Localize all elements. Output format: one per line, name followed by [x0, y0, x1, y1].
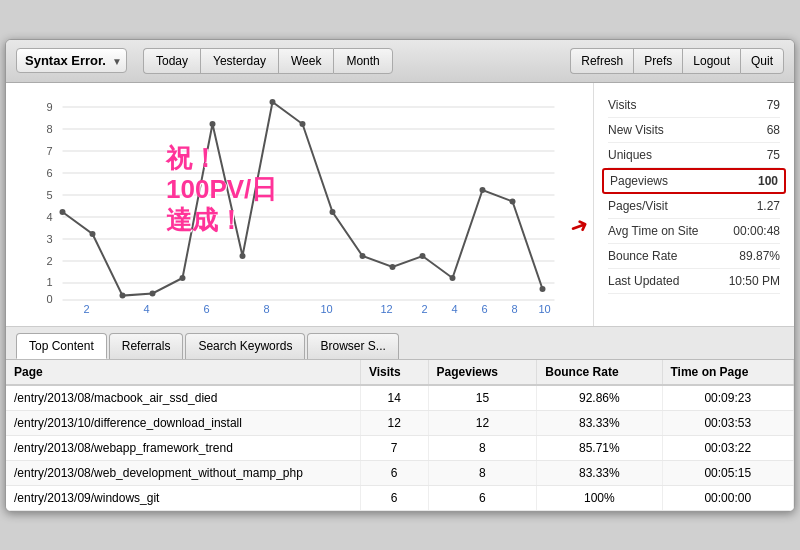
svg-point-26: [240, 253, 246, 259]
svg-text:2: 2: [47, 255, 53, 267]
stat-new-visits-label: New Visits: [608, 123, 664, 137]
stat-pageviews-label: Pageviews: [610, 174, 668, 188]
stat-pages-visit: Pages/Visit 1.27: [608, 194, 780, 219]
prefs-button[interactable]: Prefs: [633, 48, 682, 74]
svg-text:10: 10: [320, 303, 332, 313]
svg-point-29: [330, 209, 336, 215]
stat-pageviews-value: 100: [758, 174, 778, 188]
table-row: /entry/2013/08/web_development_without_m…: [6, 460, 794, 485]
cell-visits-1: 12: [360, 410, 428, 435]
svg-text:6: 6: [203, 303, 209, 313]
cell-page-1: /entry/2013/10/difference_download_insta…: [6, 410, 360, 435]
cell-bounce-3: 83.33%: [537, 460, 662, 485]
table-row: /entry/2013/09/windows_git 6 6 100% 00:0…: [6, 485, 794, 510]
svg-point-20: [60, 209, 66, 215]
cell-time-3: 00:05:15: [662, 460, 794, 485]
logout-button[interactable]: Logout: [682, 48, 740, 74]
svg-text:6: 6: [47, 167, 53, 179]
nav-button-group: Today Yesterday Week Month: [143, 48, 393, 74]
line-chart: 9 8 7 6 5 4 3 2 1 0: [16, 93, 583, 313]
stat-visits: Visits 79: [608, 93, 780, 118]
stat-last-updated-value: 10:50 PM: [729, 274, 780, 288]
quit-button[interactable]: Quit: [740, 48, 784, 74]
svg-point-35: [510, 198, 516, 204]
cell-visits-3: 6: [360, 460, 428, 485]
stat-bounce: Bounce Rate 89.87%: [608, 244, 780, 269]
cell-bounce-2: 85.71%: [537, 435, 662, 460]
stat-new-visits-value: 68: [767, 123, 780, 137]
svg-text:9: 9: [47, 101, 53, 113]
stat-pages-visit-label: Pages/Visit: [608, 199, 668, 213]
stat-new-visits: New Visits 68: [608, 118, 780, 143]
svg-point-28: [300, 121, 306, 127]
svg-text:5: 5: [47, 189, 53, 201]
col-header-time: Time on Page: [662, 360, 794, 385]
svg-text:3: 3: [47, 233, 53, 245]
svg-point-27: [270, 99, 276, 105]
cell-time-2: 00:03:22: [662, 435, 794, 460]
site-dropdown-wrap[interactable]: Syntax Error. ▼: [16, 48, 127, 73]
svg-text:7: 7: [47, 145, 53, 157]
table-row: /entry/2013/10/difference_download_insta…: [6, 410, 794, 435]
cell-bounce-1: 83.33%: [537, 410, 662, 435]
data-table: Page Visits Pageviews Bounce Rate Time o…: [6, 360, 794, 511]
svg-point-31: [390, 264, 396, 270]
cell-page-4: /entry/2013/09/windows_git: [6, 485, 360, 510]
month-button[interactable]: Month: [333, 48, 392, 74]
stat-uniques: Uniques 75: [608, 143, 780, 168]
main-window: Syntax Error. ▼ Today Yesterday Week Mon…: [5, 39, 795, 512]
stat-avg-time: Avg Time on Site 00:00:48: [608, 219, 780, 244]
svg-text:2: 2: [421, 303, 427, 313]
cell-page-0: /entry/2013/08/macbook_air_ssd_died: [6, 385, 360, 411]
stat-last-updated-label: Last Updated: [608, 274, 679, 288]
svg-text:10: 10: [538, 303, 550, 313]
stat-bounce-label: Bounce Rate: [608, 249, 677, 263]
cell-pv-2: 8: [428, 435, 537, 460]
refresh-button[interactable]: Refresh: [570, 48, 633, 74]
svg-point-36: [540, 286, 546, 292]
svg-text:6: 6: [481, 303, 487, 313]
svg-text:4: 4: [47, 211, 53, 223]
table-row: /entry/2013/08/macbook_air_ssd_died 14 1…: [6, 385, 794, 411]
cell-pv-0: 15: [428, 385, 537, 411]
week-button[interactable]: Week: [278, 48, 333, 74]
today-button[interactable]: Today: [143, 48, 200, 74]
tab-search-keywords[interactable]: Search Keywords: [185, 333, 305, 359]
yesterday-button[interactable]: Yesterday: [200, 48, 278, 74]
cell-bounce-0: 92.86%: [537, 385, 662, 411]
stat-pages-visit-value: 1.27: [757, 199, 780, 213]
cell-page-3: /entry/2013/08/web_development_without_m…: [6, 460, 360, 485]
stat-uniques-label: Uniques: [608, 148, 652, 162]
chart-area: 9 8 7 6 5 4 3 2 1 0: [6, 83, 594, 326]
cell-pv-3: 8: [428, 460, 537, 485]
svg-point-25: [210, 121, 216, 127]
tab-referrals[interactable]: Referrals: [109, 333, 184, 359]
svg-text:8: 8: [511, 303, 517, 313]
stat-bounce-value: 89.87%: [739, 249, 780, 263]
cell-visits-4: 6: [360, 485, 428, 510]
stat-visits-label: Visits: [608, 98, 636, 112]
stat-visits-value: 79: [767, 98, 780, 112]
svg-text:4: 4: [143, 303, 149, 313]
svg-point-24: [180, 275, 186, 281]
svg-point-32: [420, 253, 426, 259]
col-header-pageviews: Pageviews: [428, 360, 537, 385]
svg-point-23: [150, 290, 156, 296]
svg-point-30: [360, 253, 366, 259]
chart-stats-section: 9 8 7 6 5 4 3 2 1 0: [6, 83, 794, 326]
svg-text:12: 12: [380, 303, 392, 313]
tab-top-content[interactable]: Top Content: [16, 333, 107, 359]
stat-last-updated: Last Updated 10:50 PM: [608, 269, 780, 294]
cell-visits-2: 7: [360, 435, 428, 460]
action-button-group: Refresh Prefs Logout Quit: [570, 48, 784, 74]
svg-text:0: 0: [47, 293, 53, 305]
site-dropdown[interactable]: Syntax Error.: [16, 48, 127, 73]
cell-page-2: /entry/2013/08/webapp_framework_trend: [6, 435, 360, 460]
svg-point-34: [480, 187, 486, 193]
svg-text:2: 2: [83, 303, 89, 313]
tab-browser[interactable]: Browser S...: [307, 333, 398, 359]
svg-text:8: 8: [263, 303, 269, 313]
cell-time-4: 00:00:00: [662, 485, 794, 510]
cell-bounce-4: 100%: [537, 485, 662, 510]
stat-uniques-value: 75: [767, 148, 780, 162]
